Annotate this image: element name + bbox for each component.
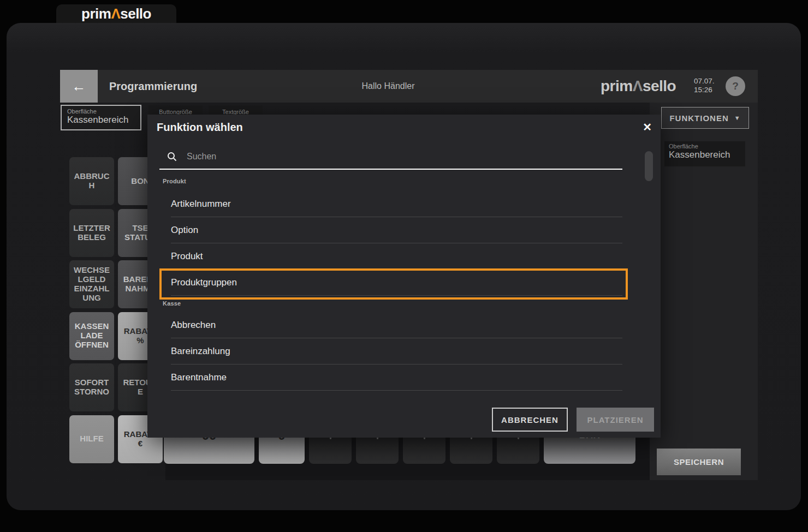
header-brand-logo: primΛsello	[601, 70, 676, 103]
help-button[interactable]: ?	[726, 76, 745, 96]
function-item-label: Artikelnummer	[171, 199, 231, 210]
surface-selector[interactable]: Oberfläche Kassenbereich	[61, 105, 141, 130]
surface-selector-right[interactable]: Oberfläche Kassenbereich	[664, 141, 745, 166]
close-icon[interactable]: ✕	[643, 121, 652, 134]
function-item-label: Abbrechen	[171, 320, 216, 331]
greeting-text: Hallo Händler	[325, 70, 451, 103]
chevron-down-icon: ▼	[734, 115, 741, 121]
functions-label: FUNKTIONEN	[669, 113, 728, 123]
function-item-artikelnummer[interactable]: Artikelnummer	[171, 191, 622, 217]
surface-label: Oberfläche	[67, 108, 135, 115]
function-item-label: Bareinzahlung	[171, 346, 230, 357]
function-item-label: Barentnahme	[171, 372, 227, 383]
function-item-bareinzahlung[interactable]: Bareinzahlung	[171, 338, 622, 364]
page-title: Programmierung	[109, 70, 197, 103]
sidebar-button-hilfe[interactable]: HILFE	[69, 415, 114, 463]
surface-value: Kassenbereich	[669, 150, 741, 160]
section-label-kasse: Kasse	[163, 300, 622, 308]
function-item-label: Produktgruppen	[171, 277, 237, 288]
cancel-button[interactable]: ABBRECHEN	[492, 408, 568, 432]
brand-logo-tab: primΛsello	[56, 4, 176, 23]
search-input[interactable]	[187, 152, 617, 162]
function-item-produkt[interactable]: Produkt	[171, 243, 622, 270]
sidebar-button-abbruc-h[interactable]: ABBRUC H	[69, 157, 114, 205]
function-item-option[interactable]: Option	[171, 217, 622, 243]
datetime-display: 07.07. 15:26	[694, 77, 715, 94]
brand-logo-suffix: sello	[120, 5, 151, 22]
function-item-barentnahme[interactable]: Barentnahme	[171, 364, 622, 391]
search-underline	[159, 169, 622, 170]
place-button[interactable]: PLATZIEREN	[577, 408, 654, 432]
modal-title: Funktion wählen	[157, 121, 243, 134]
function-item-produktgruppen[interactable]: Produktgruppen	[171, 270, 622, 296]
surface-value: Kassenbereich	[67, 115, 135, 125]
save-button[interactable]: SPEICHERN	[657, 449, 741, 475]
function-list: ProduktArtikelnummerOptionProduktProdukt…	[171, 171, 622, 391]
sidebar-button-letzter-beleg[interactable]: LETZTER BELEG	[69, 209, 114, 257]
back-button[interactable]: ←	[60, 70, 98, 103]
section-label-produkt: Produkt	[163, 178, 622, 186]
question-mark-icon: ?	[732, 80, 739, 92]
header-lambda-icon: Λ	[633, 77, 643, 95]
scrollbar-thumb[interactable]	[645, 151, 653, 181]
functions-dropdown-button[interactable]: FUNKTIONEN ▼	[661, 107, 749, 129]
brand-lambda-icon: Λ	[111, 5, 120, 22]
sidebar-button-sofort-storno[interactable]: SOFORT STORNO	[69, 363, 114, 411]
sidebar-button-kassen-lade-öffnen[interactable]: KASSEN LADE ÖFFNEN	[69, 312, 114, 360]
brand-logo-prefix: prim	[81, 5, 111, 22]
function-item-label: Produkt	[171, 251, 203, 262]
header-logo-prefix: prim	[601, 77, 633, 95]
surface-label: Oberfläche	[669, 143, 741, 150]
function-item-abbrechen[interactable]: Abbrechen	[171, 312, 622, 338]
back-arrow-icon: ←	[72, 78, 86, 95]
function-item-label: Option	[171, 225, 198, 236]
scrollbar[interactable]	[645, 151, 653, 315]
time-text: 15:26	[694, 86, 715, 94]
function-picker-modal: Funktion wählen ✕ ProduktArtikelnummerOp…	[147, 115, 661, 438]
sidebar-button-wechse-lgeld-einzahl-ung[interactable]: WECHSE LGELD EINZAHL UNG	[69, 260, 114, 308]
search-icon	[167, 152, 177, 162]
header-logo-suffix: sello	[643, 77, 676, 95]
date-text: 07.07.	[694, 77, 715, 86]
